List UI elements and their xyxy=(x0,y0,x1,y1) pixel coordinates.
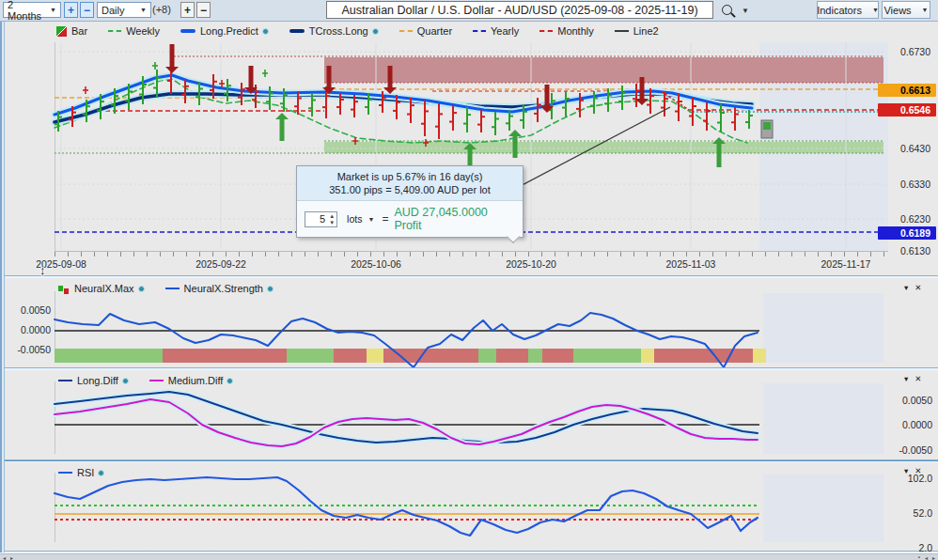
collapse-panel-icon[interactable]: ▾ xyxy=(904,283,908,292)
legend-item-monthly[interactable]: Monthly xyxy=(539,25,594,37)
indicators-button-label: Indicators xyxy=(817,5,862,16)
diff-axis-label-0.0000: 0.0000 xyxy=(893,418,932,431)
legend-label: Long.Predict xyxy=(200,25,258,37)
legend-item-yearly[interactable]: Yearly xyxy=(473,25,519,37)
legend-item-tcross-long[interactable]: TCross.Long xyxy=(289,25,379,37)
price-label-0.6330: 0.6330 xyxy=(882,178,936,191)
range-zoom-in-button[interactable]: + xyxy=(64,2,78,18)
indicators-button[interactable]: Indicators ▼ xyxy=(817,1,879,19)
close-panel-icon[interactable]: ✕ xyxy=(915,283,921,292)
panel-separator[interactable] xyxy=(0,367,938,370)
chevron-down-icon: ▼ xyxy=(50,7,56,13)
plot-left-edge xyxy=(55,381,55,454)
forecast-zone-rsi xyxy=(763,474,883,542)
tooltip-line1: Market is up 5.67% in 16 day(s) xyxy=(303,170,517,183)
period-select[interactable]: Daily ▼ xyxy=(97,2,151,18)
legend-label: Medium.Diff xyxy=(168,375,223,386)
views-button-label: Views xyxy=(883,5,911,16)
close-panel-icon[interactable]: ✕ xyxy=(915,374,921,383)
symbol-title-field[interactable]: Australian Dollar / U.S. Dollar - AUD/US… xyxy=(326,1,713,19)
collapse-panel-icon[interactable]: ▾ xyxy=(904,466,908,475)
rsi-panel-legend: RSI xyxy=(58,467,104,478)
range-select-value: 2 Months xyxy=(8,0,44,22)
lots-stepper[interactable]: 5 ▲ ▼ xyxy=(305,211,337,227)
diff-panel-legend: Long.DiffMedium.Diff xyxy=(58,375,233,386)
legend-item-medium-diff[interactable]: Medium.Diff xyxy=(149,375,233,386)
bars-add-button[interactable]: + xyxy=(180,2,195,18)
lots-unit-label: lots xyxy=(347,213,362,225)
date-label-2025-11-03: 2025-11-03 xyxy=(653,257,728,271)
legend-swatch xyxy=(58,286,63,291)
price-label-0.6730: 0.6730 xyxy=(882,45,936,58)
date-label-2025-09-22: 2025-09-22 xyxy=(183,257,258,271)
price-label-0.6230: 0.6230 xyxy=(882,212,936,226)
scroll-left-icon[interactable]: ◂ xyxy=(925,554,928,560)
plot-left-edge xyxy=(55,473,55,542)
legend-dot-icon xyxy=(227,378,233,384)
legend-dot-icon xyxy=(98,470,104,476)
period-select-value: Daily xyxy=(102,5,124,16)
panel-separator[interactable] xyxy=(0,275,938,278)
legend-item-long-diff[interactable]: Long.Diff xyxy=(58,375,129,386)
scroll-thumb-icon[interactable]: ▪ xyxy=(918,554,920,560)
legend-swatch xyxy=(149,380,164,381)
stepper-up-icon[interactable]: ▲ xyxy=(327,212,336,219)
bars-remove-button[interactable]: − xyxy=(196,2,211,18)
legend-swatch xyxy=(58,380,72,381)
legend-item-neuralx-strength[interactable]: NeuralX.Strength xyxy=(165,283,274,294)
collapse-panel-icon[interactable]: ▾ xyxy=(904,374,908,383)
tooltip-lots-row: 5 ▲ ▼ lots ▼ = AUD 27,045.0000 Profit xyxy=(297,200,523,237)
legend-swatch xyxy=(108,30,121,32)
date-label-2025-10-20: 2025-10-20 xyxy=(493,257,569,271)
legend-swatch xyxy=(615,30,629,32)
legend-item-weekly[interactable]: Weekly xyxy=(108,25,160,37)
date-label-2025-11-17: 2025-11-17 xyxy=(808,257,883,271)
scroll-right-icon[interactable]: ▸ xyxy=(932,554,935,560)
diff-axis-label-0.0050: 0.0050 xyxy=(893,394,932,407)
toolbar: 2 Months ▼ + − Daily ▼ (+8) + − Australi… xyxy=(0,0,938,22)
stepper-down-icon[interactable]: ▼ xyxy=(327,219,336,226)
legend-label: TCross.Long xyxy=(309,25,368,37)
scroll-left-icon[interactable]: ◂ xyxy=(3,554,6,560)
horizontal-scrollbar[interactable]: ◂ ▸ ▪ ◂ ▸ xyxy=(0,553,938,560)
legend-item-line2[interactable]: Line2 xyxy=(615,25,659,37)
range-zoom-out-button[interactable]: − xyxy=(80,2,94,18)
legend-item-rsi[interactable]: RSI xyxy=(58,467,104,478)
neuralx-axis-label--0.0050: -0.0050 xyxy=(8,343,51,356)
range-select[interactable]: 2 Months ▼ xyxy=(3,2,61,18)
lots-dropdown-caret-icon[interactable]: ▼ xyxy=(367,216,374,223)
diff-panel-controls: ▾ ✕ xyxy=(904,374,921,383)
profit-tooltip: Market is up 5.67% in 16 day(s) 351.00 p… xyxy=(296,165,524,238)
legend-swatch xyxy=(58,472,72,474)
legend-item-quarter[interactable]: Quarter xyxy=(399,25,452,37)
legend-label: NeuralX.Max xyxy=(74,283,134,294)
neuralx-axis-label-0.0050: 0.0050 xyxy=(8,303,51,317)
legend-swatch xyxy=(539,30,553,32)
legend-item-neuralx-max[interactable]: NeuralX.Max xyxy=(58,283,145,294)
neuralx-panel-legend: NeuralX.MaxNeuralX.Strength xyxy=(58,283,274,294)
legend-dot-icon xyxy=(372,28,379,35)
price-label-0.6130: 0.6130 xyxy=(882,244,936,257)
rsi-axis-label-52.0: 52.0 xyxy=(893,506,932,520)
tooltip-line2: 351.00 pips = 5,409.00 AUD per lot xyxy=(303,183,517,196)
date-label-2025-09-08: 2025-09-08 xyxy=(23,257,99,271)
stepper-arrows: ▲ ▼ xyxy=(327,212,336,226)
main-chart-legend: BarWeeklyLong.PredictTCross.LongQuarterY… xyxy=(56,25,659,37)
close-panel-icon[interactable]: ✕ xyxy=(915,466,921,475)
legend-swatch xyxy=(473,30,486,32)
legend-label: Line2 xyxy=(633,25,659,37)
price-label-0.6430: 0.6430 xyxy=(882,142,936,155)
legend-item-bar[interactable]: Bar xyxy=(56,25,87,37)
legend-label: Weekly xyxy=(126,25,160,37)
bar-legend-icon xyxy=(56,26,67,37)
chevron-down-icon: ▼ xyxy=(140,7,147,13)
legend-item-long-predict[interactable]: Long.Predict xyxy=(180,25,269,37)
scroll-right-icon[interactable]: ▸ xyxy=(10,554,13,560)
search-dropdown-caret-icon[interactable]: ▼ xyxy=(742,7,749,15)
legend-label: RSI xyxy=(77,467,94,478)
neuralx-panel-controls: ▾ ✕ xyxy=(904,283,921,292)
lots-value[interactable]: 5 xyxy=(305,213,327,225)
views-button[interactable]: Views ▼ xyxy=(882,1,930,19)
search-icon[interactable] xyxy=(722,5,732,15)
panel-separator[interactable] xyxy=(0,459,938,462)
